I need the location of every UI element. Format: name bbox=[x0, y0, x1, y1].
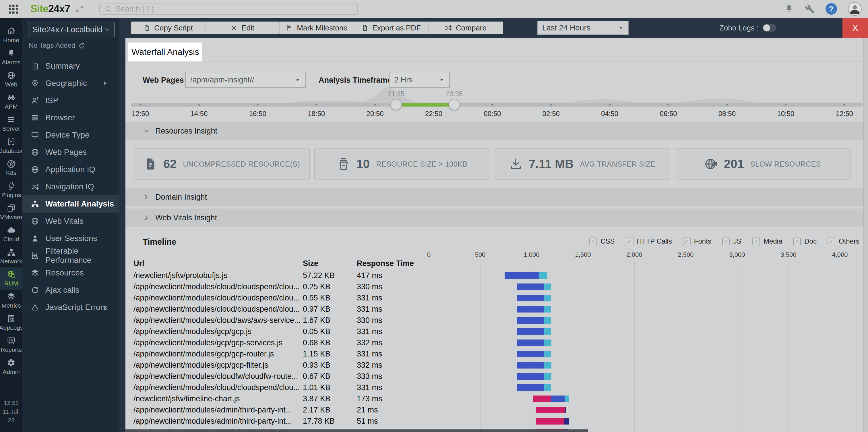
tags-row[interactable]: No Tags Added bbox=[29, 41, 85, 49]
mark-milestone-button[interactable]: Mark Milestone bbox=[280, 22, 354, 34]
globe-icon bbox=[31, 217, 39, 225]
edit-button[interactable]: Edit bbox=[206, 22, 280, 34]
table-row[interactable]: /app/newclient/modules/cloud/cloudspend/… bbox=[125, 292, 868, 304]
row-url: /app/newclient/modules/cloud/aws/aws-ser… bbox=[133, 315, 300, 326]
slider-handle-start[interactable] bbox=[391, 99, 402, 110]
table-row[interactable]: /app/newclient/modules/cloud/cloudspend/… bbox=[125, 382, 868, 393]
export-as-pdf-button[interactable]: Export as PDF bbox=[354, 22, 429, 34]
sidebar-item-user-sessions[interactable]: User Sessions bbox=[22, 230, 119, 247]
sidebar-item-summary[interactable]: Summary bbox=[22, 57, 119, 75]
sidebar-item-isp[interactable]: ISP bbox=[22, 92, 119, 109]
vertical-scrollbar[interactable] bbox=[863, 38, 868, 432]
table-row[interactable]: /app/newclient/modules/cloudfw/cloudfw-r… bbox=[125, 371, 868, 382]
insight-card-slow-resources[interactable]: 201 SLOW RESOURCES bbox=[675, 148, 850, 180]
sidebar-item-resources[interactable]: Resources bbox=[22, 264, 119, 282]
rail-item-apm[interactable]: APM bbox=[0, 90, 22, 113]
rail-item-home[interactable]: Home bbox=[0, 24, 22, 46]
rail-item-applogs[interactable]: AppLogs bbox=[0, 312, 22, 334]
rail-item-database[interactable]: Database bbox=[0, 135, 22, 157]
table-row[interactable]: /app/newclient/modules/cloud/cloudspend/… bbox=[125, 304, 868, 315]
table-row[interactable]: /app/newclient/modules/cloud/aws/aws-ser… bbox=[125, 315, 868, 326]
sidebar-item-browser[interactable]: Browser bbox=[22, 109, 119, 126]
table-row[interactable]: /app/newclient/modules/gcp/gcp-router.js… bbox=[125, 348, 868, 359]
user-avatar[interactable] bbox=[848, 2, 862, 16]
rail-item-admin[interactable]: Admin bbox=[0, 356, 22, 378]
slider-handle-end[interactable] bbox=[448, 99, 460, 110]
table-row[interactable]: /app/newclient/modules/cloud/cloudspend/… bbox=[125, 281, 868, 292]
time-slider-track[interactable] bbox=[131, 103, 863, 107]
table-row[interactable]: /app/newclient/modules/admin/third-party… bbox=[125, 415, 868, 427]
top-bar: Site24x7 Search ( / ) ? bbox=[0, 0, 868, 18]
page-tab-waterfall-analysis[interactable]: Waterfall Analysis bbox=[128, 42, 203, 61]
sidebar-item-waterfall-analysis[interactable]: Waterfall Analysis bbox=[22, 195, 119, 212]
checkbox-icon[interactable]: ✓ bbox=[683, 237, 691, 245]
rail-item-network[interactable]: Network bbox=[0, 245, 22, 267]
tab-divider bbox=[125, 61, 868, 61]
filter-css[interactable]: ✓ CSS bbox=[589, 237, 615, 245]
monitor-select[interactable]: Site24x7-Localbuild bbox=[28, 22, 115, 37]
filter-http-calls[interactable]: ✓ HTTP Calls bbox=[626, 237, 672, 245]
document-icon bbox=[31, 62, 39, 70]
rail-item-rum[interactable]: RUM bbox=[0, 267, 22, 290]
expand-icon[interactable] bbox=[75, 5, 84, 13]
filter-doc[interactable]: ✓ Doc bbox=[793, 237, 817, 245]
sidebar-item-filterable-performance[interactable]: Filterable Performance bbox=[22, 247, 119, 264]
checkbox-icon[interactable]: ✓ bbox=[752, 237, 760, 245]
search-input[interactable]: Search ( / ) bbox=[99, 3, 358, 15]
rail-item-plugins[interactable]: Plugins bbox=[0, 179, 22, 201]
sidebar-item-ajax-calls[interactable]: Ajax calls bbox=[22, 282, 119, 299]
notifications-bell-icon[interactable] bbox=[784, 4, 794, 14]
sidebar-item-geographic[interactable]: Geographic bbox=[22, 75, 119, 92]
rail-item-vmware[interactable]: VMware bbox=[0, 201, 22, 223]
checkbox-icon[interactable]: ✓ bbox=[828, 237, 835, 245]
table-row[interactable]: /app/newclient/modules/gcp/gcp.js 0.05 K… bbox=[125, 326, 868, 337]
filter-js[interactable]: ✓ JS bbox=[722, 237, 741, 245]
rail-item-reports[interactable]: Reports bbox=[0, 334, 22, 356]
app-grid-icon[interactable] bbox=[8, 4, 19, 14]
horizontal-scrollbar[interactable] bbox=[125, 429, 588, 432]
insight-card-uncompressed-resource-s-[interactable]: 62 UNCOMPRESSED RESOURCE(S) bbox=[134, 148, 310, 180]
copy-script-button[interactable]: Copy Script bbox=[131, 22, 206, 34]
compare-button[interactable]: Compare bbox=[429, 22, 503, 34]
checkbox-icon[interactable]: ✓ bbox=[793, 237, 801, 245]
toolbar-button-group: Copy Script Edit Mark Milestone Export a… bbox=[131, 22, 503, 34]
time-range-select[interactable]: Last 24 Hours bbox=[537, 21, 629, 35]
zoho-logs-toggle[interactable] bbox=[763, 24, 776, 32]
rail-item-server[interactable]: Server bbox=[0, 113, 22, 135]
filter-fonts[interactable]: ✓ Fonts bbox=[683, 237, 711, 245]
table-row[interactable]: /app/newclient/modules/gcp/gcp-services.… bbox=[125, 337, 868, 348]
table-row[interactable]: /newclient/jsfw/timeline-chart.js 3.87 K… bbox=[125, 393, 868, 404]
row-size: 57.22 KB bbox=[303, 270, 354, 281]
tools-wrench-icon[interactable] bbox=[805, 4, 815, 14]
rail-item-k8s[interactable]: K8s bbox=[0, 157, 22, 179]
rail-item-alarms[interactable]: Alarms bbox=[0, 46, 22, 68]
time-slider-selected-range[interactable] bbox=[396, 103, 454, 107]
table-row[interactable]: /newclient/jsfw/protobufjs.js 57.22 KB 4… bbox=[125, 270, 868, 281]
table-row[interactable]: /app/newclient/modules/gcp/gcp-filter.js… bbox=[125, 359, 868, 371]
sidebar-item-web-vitals[interactable]: Web Vitals bbox=[22, 212, 119, 230]
filter-media[interactable]: ✓ Media bbox=[752, 237, 782, 245]
rail-item-metrics[interactable]: Metrics bbox=[0, 290, 22, 312]
site24x7-logo[interactable]: Site24x7 bbox=[30, 3, 70, 15]
table-row[interactable]: /app/newclient/modules/admin/third-party… bbox=[125, 404, 868, 415]
sidebar-item-device-type[interactable]: Device Type bbox=[22, 126, 119, 144]
web-vitals-insight-header[interactable]: Web Vitals Insight bbox=[125, 208, 868, 227]
checkbox-icon[interactable]: ✓ bbox=[589, 237, 597, 245]
resources-insight-header[interactable]: Resources Insight bbox=[125, 122, 868, 140]
rail-item-web[interactable]: Web bbox=[0, 68, 22, 90]
sidebar-item-javascript-errors[interactable]: JavaScript Errors bbox=[22, 299, 119, 316]
domain-insight-header[interactable]: Domain Insight bbox=[125, 188, 868, 206]
rail-item-cloud[interactable]: Cloud bbox=[0, 223, 22, 245]
waterfall-bar-segment-cyan bbox=[544, 317, 551, 324]
filter-others[interactable]: ✓ Others bbox=[828, 237, 859, 245]
sidebar-item-web-pages[interactable]: Web Pages bbox=[22, 144, 119, 161]
close-button[interactable]: X bbox=[842, 18, 868, 38]
checkbox-icon[interactable]: ✓ bbox=[722, 237, 730, 245]
insight-card-resource-size-100kb[interactable]: 10 RESOURCE SIZE > 100KB bbox=[314, 148, 490, 180]
checkbox-icon[interactable]: ✓ bbox=[626, 237, 633, 245]
insight-card-avg-transfer-size[interactable]: 7.11 MB AVG.TRANSFER SIZE bbox=[495, 148, 670, 180]
sidebar-item-navigation-iq[interactable]: Navigation IQ bbox=[22, 178, 119, 195]
row-response-time: 21 ms bbox=[357, 404, 414, 415]
sidebar-item-application-iq[interactable]: Application IQ bbox=[22, 161, 119, 178]
help-button[interactable]: ? bbox=[826, 3, 837, 15]
